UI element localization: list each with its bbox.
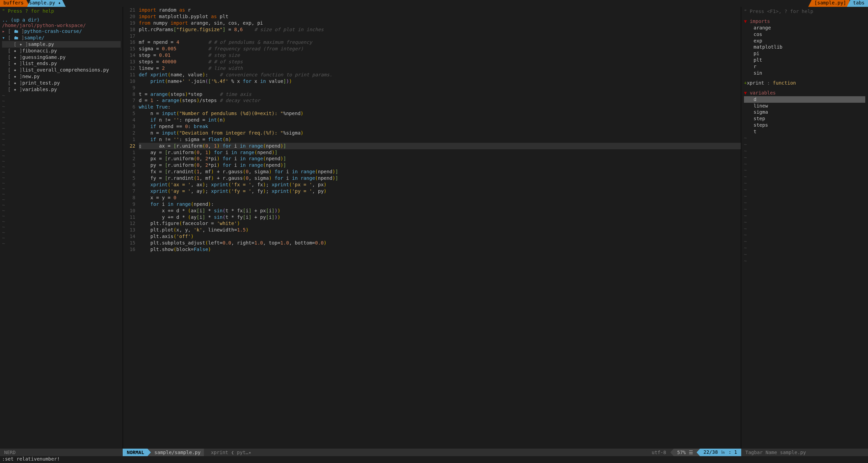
code-line[interactable]: t = arange(steps)*step # time axis: [139, 91, 741, 98]
code-line[interactable]: import matplotlib.pyplot as plt: [139, 13, 741, 20]
buffer-tab-current[interactable]: sample.py ✦: [27, 0, 66, 7]
code-line[interactable]: d = 1 - arange(steps)/steps # decay vect…: [139, 97, 741, 104]
code-line[interactable]: if n != '': sigma = float(n): [139, 136, 741, 143]
tree-file[interactable]: [ ✦ ]list_ends.py: [2, 60, 121, 67]
status-tagbar: Tagbar Name sample.py: [741, 449, 868, 456]
tree-file[interactable]: [ ✦ ]print_test.py: [2, 80, 121, 86]
tagbar-section-variables[interactable]: ▼ variables: [744, 90, 865, 96]
code-line[interactable]: plt.plot(x, y, 'k', linewidth=1.5): [139, 227, 741, 233]
tree-dir[interactable]: ▸ [ 🖿 ]python-crash-course/: [2, 28, 121, 35]
tree-file[interactable]: [ ✦ ]fibonacci.py: [2, 48, 121, 54]
code-line[interactable]: xprint('ax = ', ax); xprint('fx = ', fx)…: [139, 182, 741, 188]
tab-bar: buffers sample.py ✦ [sample.py] tabs: [0, 0, 868, 7]
caret-down-icon: ▼: [744, 18, 747, 24]
status-mode: NORMAL: [123, 449, 151, 456]
tagbar-xprint[interactable]: +xprint : function: [744, 80, 865, 86]
code-line[interactable]: linew = 2 # line width: [139, 65, 741, 72]
tagbar-variable-item[interactable]: linew: [744, 103, 865, 109]
code-line[interactable]: xprint('ay = ', ay); xprint('fy = ', fy)…: [139, 188, 741, 195]
code-line[interactable]: ▯ ax = [r.uniform(0, 1) for i in range(n…: [139, 143, 741, 149]
code-line[interactable]: x += d * (ax[i] * sin(t * fx[i] + px[i])…: [139, 208, 741, 214]
tabs-tab[interactable]: tabs: [847, 0, 868, 7]
status-position: 22/38 ㏑ : 1: [697, 449, 741, 456]
code-line[interactable]: for i in range(npend):: [139, 201, 741, 208]
tree-file[interactable]: [ ✦ ]sample.py: [2, 41, 121, 48]
tagbar-import-item[interactable]: plt: [744, 57, 865, 63]
code-line[interactable]: x = y = 0: [139, 195, 741, 201]
file-tree-sidebar[interactable]: " Press ? for help .. (up a dir) /home/j…: [0, 7, 123, 449]
code-line[interactable]: if n != '': npend = int(n): [139, 117, 741, 123]
current-path: /home/jarol/python-workspace/: [2, 23, 121, 28]
tagbar-variable-item[interactable]: t: [744, 128, 865, 135]
code-line[interactable]: [139, 85, 741, 91]
code-line[interactable]: from numpy import arange, sin, cos, exp,…: [139, 20, 741, 26]
tagbar-panel[interactable]: " Press <F1>, ? for help ▼ imports arang…: [741, 7, 868, 449]
code-line[interactable]: import random as r: [139, 7, 741, 13]
status-nerd: NERD: [0, 449, 123, 456]
code-line[interactable]: [139, 33, 741, 39]
status-bar: NERD NORMAL sample/sample.py xprint ❮ py…: [0, 449, 868, 456]
code-line[interactable]: plt.subplots_adjust(left=0.0, right=1.0,…: [139, 240, 741, 246]
line-number-gutter: 2120191817161514131211109876543212212345…: [123, 7, 139, 449]
tree-file[interactable]: [ ✦ ]variables.py: [2, 86, 121, 93]
code-line[interactable]: ay = [r.uniform(0, 1) for i in range(npe…: [139, 149, 741, 156]
command-line[interactable]: :set relativenumber!: [0, 456, 868, 463]
tagbar-import-item[interactable]: sin: [744, 70, 865, 76]
status-percent: 57% ☰: [670, 449, 700, 456]
code-line[interactable]: fx = [r.randint(1, mf) + r.gauss(0, sigm…: [139, 168, 741, 175]
code-line[interactable]: px = [r.uniform(0, 2*pi) for i in range(…: [139, 155, 741, 162]
code-line[interactable]: steps = 40000 # # of steps: [139, 59, 741, 65]
tagbar-import-item[interactable]: pi: [744, 50, 865, 57]
code-line[interactable]: n = input("Deviation from integer freq.(…: [139, 130, 741, 136]
status-context: xprint ❮ pyt…✦: [204, 449, 255, 456]
tagbar-section-imports[interactable]: ▼ imports: [744, 18, 865, 25]
tagbar-import-item[interactable]: arange: [744, 25, 865, 31]
tagbar-import-item[interactable]: r: [744, 63, 865, 70]
caret-down-icon: ▼: [744, 90, 747, 96]
tagbar-hint: " Press <F1>, ? for help: [744, 8, 865, 15]
code-line[interactable]: n = input("Number of pendulums (%d)(0=ex…: [139, 110, 741, 117]
code-line[interactable]: if npend == 0: break: [139, 123, 741, 130]
code-line[interactable]: plt.rcParams["figure.figsize"] = 8,6 # s…: [139, 26, 741, 33]
tree-dir[interactable]: ▾ [ 🖿 ]sample/: [2, 35, 121, 41]
code-line[interactable]: while True:: [139, 104, 741, 110]
code-line[interactable]: sigma = 0.005 # frequency spread (from i…: [139, 46, 741, 52]
status-filename: sample/sample.py: [148, 449, 208, 456]
code-area[interactable]: import random as r import matplotlib.pyp…: [139, 7, 741, 449]
tree-file[interactable]: [ ✦ ]list_overall_comprehensions.py: [2, 67, 121, 73]
code-line[interactable]: y += d * (ay[i] * sin(t * fy[i] + py[i])…: [139, 214, 741, 221]
tree-file[interactable]: [ ✦ ]new.py: [2, 73, 121, 80]
tagbar-variable-item[interactable]: step: [744, 115, 865, 122]
tagbar-variable-item[interactable]: sigma: [744, 109, 865, 115]
code-line[interactable]: step = 0.01 # step size: [139, 52, 741, 59]
tab-file-right[interactable]: [sample.py]: [808, 0, 850, 7]
buffers-tab[interactable]: buffers: [0, 0, 30, 7]
tagbar-import-item[interactable]: cos: [744, 31, 865, 38]
code-line[interactable]: fy = [r.randint(1, mf) + r.gauss(0, sigm…: [139, 175, 741, 182]
up-directory[interactable]: .. (up a dir): [2, 17, 121, 23]
file-tree[interactable]: ▸ [ 🖿 ]python-crash-course/▾ [ 🖿 ]sample…: [2, 28, 121, 93]
tagbar-import-item[interactable]: exp: [744, 38, 865, 44]
tree-file[interactable]: [ ✦ ]guessingGame.py: [2, 54, 121, 61]
code-line[interactable]: plt.axis('off'): [139, 233, 741, 240]
status-encoding: utf-8: [645, 449, 670, 456]
code-line[interactable]: plt.figure(facecolor = 'white'): [139, 220, 741, 227]
code-line[interactable]: py = [r.uniform(0, 2*pi) for i in range(…: [139, 162, 741, 168]
code-line[interactable]: plt.show(block=False): [139, 246, 741, 253]
help-hint: " Press ? for help: [2, 8, 121, 14]
code-line[interactable]: def xprint(name, value): # convenience f…: [139, 72, 741, 78]
code-line[interactable]: print(name+' '.join(['%.4f' % x for x in…: [139, 78, 741, 85]
code-line[interactable]: mf = npend = 4 # # of pendulums & maximu…: [139, 39, 741, 46]
tagbar-variable-item[interactable]: steps: [744, 122, 865, 128]
code-editor[interactable]: 2120191817161514131211109876543212212345…: [123, 7, 741, 449]
tagbar-variable-item[interactable]: d: [744, 96, 865, 103]
tagbar-import-item[interactable]: matplotlib: [744, 44, 865, 50]
